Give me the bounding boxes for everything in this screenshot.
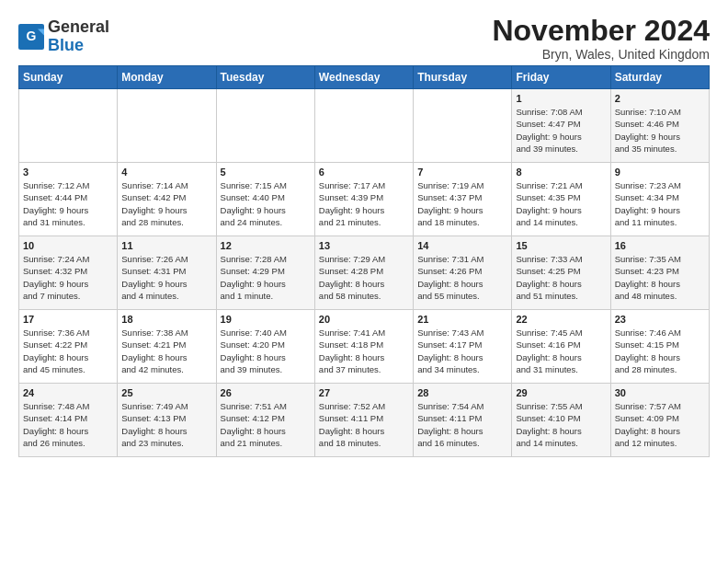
calendar-cell: 3Sunrise: 7:12 AMSunset: 4:44 PMDaylight… <box>19 163 118 236</box>
day-info: Sunrise: 7:23 AMSunset: 4:34 PMDaylight:… <box>615 179 705 228</box>
day-info: Sunrise: 7:55 AMSunset: 4:10 PMDaylight:… <box>516 400 606 449</box>
day-number: 19 <box>221 314 311 325</box>
day-number: 21 <box>417 314 507 325</box>
day-info: Sunrise: 7:15 AMSunset: 4:40 PMDaylight:… <box>221 179 311 228</box>
calendar-cell: 24Sunrise: 7:48 AMSunset: 4:14 PMDayligh… <box>19 384 118 457</box>
calendar-cell: 2Sunrise: 7:10 AMSunset: 4:46 PMDaylight… <box>610 89 709 163</box>
day-info: Sunrise: 7:21 AMSunset: 4:35 PMDaylight:… <box>516 179 606 228</box>
day-number: 2 <box>615 93 705 104</box>
day-number: 6 <box>319 167 409 178</box>
page: G General Blue November 2024 Bryn, Wales… <box>0 0 728 466</box>
calendar-cell: 27Sunrise: 7:52 AMSunset: 4:11 PMDayligh… <box>314 384 413 457</box>
day-info: Sunrise: 7:38 AMSunset: 4:21 PMDaylight:… <box>121 327 211 375</box>
day-number: 20 <box>319 314 409 325</box>
day-number: 15 <box>516 240 606 251</box>
calendar-cell <box>314 89 413 163</box>
day-number: 27 <box>319 387 409 398</box>
day-info: Sunrise: 7:10 AMSunset: 4:46 PMDaylight:… <box>615 106 705 155</box>
header-day-wednesday: Wednesday <box>314 66 413 89</box>
day-info: Sunrise: 7:36 AMSunset: 4:22 PMDaylight:… <box>23 327 113 375</box>
svg-text:G: G <box>27 29 37 43</box>
day-info: Sunrise: 7:45 AMSunset: 4:16 PMDaylight:… <box>516 327 606 375</box>
day-info: Sunrise: 7:12 AMSunset: 4:44 PMDaylight:… <box>23 179 113 228</box>
logo-line1: General <box>48 18 109 37</box>
calendar-cell: 5Sunrise: 7:15 AMSunset: 4:40 PMDaylight… <box>216 163 314 236</box>
calendar-cell <box>19 89 118 163</box>
week-row-2: 3Sunrise: 7:12 AMSunset: 4:44 PMDaylight… <box>19 163 710 236</box>
calendar-cell: 26Sunrise: 7:51 AMSunset: 4:12 PMDayligh… <box>216 384 314 457</box>
logo-line2: Blue <box>48 37 109 55</box>
header-day-saturday: Saturday <box>610 66 709 89</box>
location: Bryn, Wales, United Kingdom <box>492 47 710 62</box>
day-info: Sunrise: 7:08 AMSunset: 4:47 PMDaylight:… <box>516 106 606 155</box>
header-row: SundayMondayTuesdayWednesdayThursdayFrid… <box>19 66 710 89</box>
calendar-cell: 6Sunrise: 7:17 AMSunset: 4:39 PMDaylight… <box>314 163 413 236</box>
day-number: 10 <box>23 240 113 251</box>
calendar-cell: 19Sunrise: 7:40 AMSunset: 4:20 PMDayligh… <box>216 310 314 384</box>
day-number: 8 <box>516 167 606 178</box>
day-info: Sunrise: 7:57 AMSunset: 4:09 PMDaylight:… <box>615 400 705 449</box>
day-number: 23 <box>615 314 705 325</box>
week-row-1: 1Sunrise: 7:08 AMSunset: 4:47 PMDaylight… <box>19 89 710 163</box>
day-number: 13 <box>319 240 409 251</box>
calendar-cell: 10Sunrise: 7:24 AMSunset: 4:32 PMDayligh… <box>19 236 118 310</box>
calendar-cell: 12Sunrise: 7:28 AMSunset: 4:29 PMDayligh… <box>216 236 314 310</box>
day-info: Sunrise: 7:54 AMSunset: 4:11 PMDaylight:… <box>417 400 507 449</box>
day-number: 11 <box>121 240 211 251</box>
day-number: 29 <box>516 387 606 398</box>
month-title: November 2024 <box>492 15 710 47</box>
day-number: 9 <box>615 167 705 178</box>
day-number: 5 <box>221 167 311 178</box>
title-block: November 2024 Bryn, Wales, United Kingdo… <box>492 15 710 62</box>
day-info: Sunrise: 7:29 AMSunset: 4:28 PMDaylight:… <box>319 253 409 302</box>
day-number: 17 <box>23 314 113 325</box>
calendar-cell: 30Sunrise: 7:57 AMSunset: 4:09 PMDayligh… <box>610 384 709 457</box>
calendar-table: SundayMondayTuesdayWednesdayThursdayFrid… <box>18 65 710 457</box>
header-day-thursday: Thursday <box>414 66 512 89</box>
logo: G General Blue <box>18 18 109 55</box>
day-number: 25 <box>121 387 211 398</box>
day-number: 24 <box>23 387 113 398</box>
day-info: Sunrise: 7:14 AMSunset: 4:42 PMDaylight:… <box>121 179 211 228</box>
day-number: 1 <box>516 93 606 104</box>
calendar-cell: 4Sunrise: 7:14 AMSunset: 4:42 PMDaylight… <box>118 163 216 236</box>
header-day-friday: Friday <box>512 66 610 89</box>
day-number: 14 <box>417 240 507 251</box>
day-info: Sunrise: 7:51 AMSunset: 4:12 PMDaylight:… <box>221 400 311 449</box>
day-info: Sunrise: 7:49 AMSunset: 4:13 PMDaylight:… <box>121 400 211 449</box>
day-info: Sunrise: 7:46 AMSunset: 4:15 PMDaylight:… <box>615 327 705 375</box>
header-day-tuesday: Tuesday <box>216 66 314 89</box>
calendar-cell: 28Sunrise: 7:54 AMSunset: 4:11 PMDayligh… <box>414 384 512 457</box>
day-info: Sunrise: 7:52 AMSunset: 4:11 PMDaylight:… <box>319 400 409 449</box>
day-info: Sunrise: 7:24 AMSunset: 4:32 PMDaylight:… <box>23 253 113 302</box>
day-info: Sunrise: 7:33 AMSunset: 4:25 PMDaylight:… <box>516 253 606 302</box>
calendar-cell: 20Sunrise: 7:41 AMSunset: 4:18 PMDayligh… <box>314 310 413 384</box>
day-info: Sunrise: 7:28 AMSunset: 4:29 PMDaylight:… <box>221 253 311 302</box>
calendar-cell: 14Sunrise: 7:31 AMSunset: 4:26 PMDayligh… <box>414 236 512 310</box>
calendar-cell: 9Sunrise: 7:23 AMSunset: 4:34 PMDaylight… <box>610 163 709 236</box>
calendar-cell: 7Sunrise: 7:19 AMSunset: 4:37 PMDaylight… <box>414 163 512 236</box>
day-number: 28 <box>417 387 507 398</box>
day-info: Sunrise: 7:43 AMSunset: 4:17 PMDaylight:… <box>417 327 507 375</box>
calendar-cell: 13Sunrise: 7:29 AMSunset: 4:28 PMDayligh… <box>314 236 413 310</box>
day-info: Sunrise: 7:40 AMSunset: 4:20 PMDaylight:… <box>221 327 311 375</box>
day-info: Sunrise: 7:17 AMSunset: 4:39 PMDaylight:… <box>319 179 409 228</box>
calendar-cell: 21Sunrise: 7:43 AMSunset: 4:17 PMDayligh… <box>414 310 512 384</box>
calendar-cell: 16Sunrise: 7:35 AMSunset: 4:23 PMDayligh… <box>610 236 709 310</box>
day-number: 3 <box>23 167 113 178</box>
day-number: 26 <box>221 387 311 398</box>
calendar-cell: 23Sunrise: 7:46 AMSunset: 4:15 PMDayligh… <box>610 310 709 384</box>
day-info: Sunrise: 7:41 AMSunset: 4:18 PMDaylight:… <box>319 327 409 375</box>
calendar-cell: 25Sunrise: 7:49 AMSunset: 4:13 PMDayligh… <box>118 384 216 457</box>
header-day-sunday: Sunday <box>19 66 118 89</box>
day-info: Sunrise: 7:31 AMSunset: 4:26 PMDaylight:… <box>417 253 507 302</box>
header-day-monday: Monday <box>118 66 216 89</box>
calendar-cell: 17Sunrise: 7:36 AMSunset: 4:22 PMDayligh… <box>19 310 118 384</box>
calendar-cell: 15Sunrise: 7:33 AMSunset: 4:25 PMDayligh… <box>512 236 610 310</box>
calendar-cell: 1Sunrise: 7:08 AMSunset: 4:47 PMDaylight… <box>512 89 610 163</box>
day-number: 30 <box>615 387 705 398</box>
day-number: 22 <box>516 314 606 325</box>
logo-icon: G <box>18 24 44 50</box>
day-number: 16 <box>615 240 705 251</box>
week-row-3: 10Sunrise: 7:24 AMSunset: 4:32 PMDayligh… <box>19 236 710 310</box>
